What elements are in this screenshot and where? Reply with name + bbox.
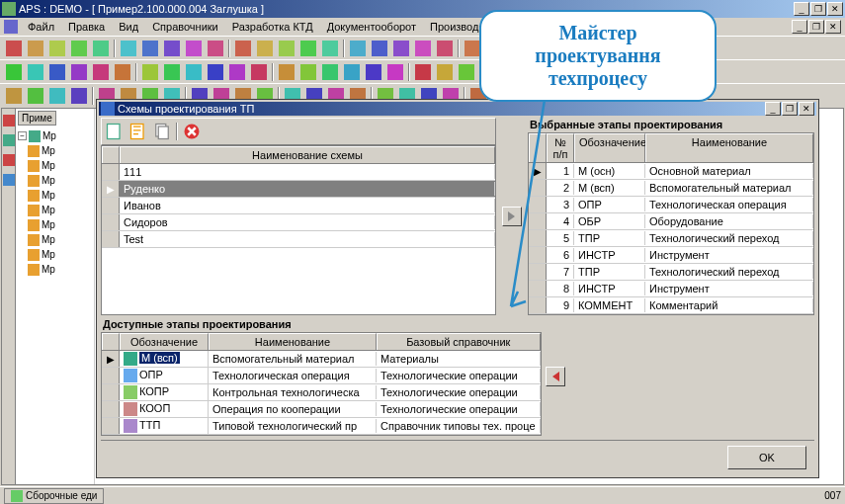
toolbar-button[interactable] bbox=[298, 62, 318, 82]
selected-row[interactable]: 3ОПРТехнологическая операция bbox=[529, 197, 813, 213]
toolbar-button[interactable] bbox=[184, 62, 204, 82]
scheme-grid[interactable]: Наименование схемы 111▶РуденкоИвановСидо… bbox=[101, 145, 496, 315]
toolbar-button[interactable] bbox=[391, 39, 411, 58]
selected-row[interactable]: 4ОБРОборудование bbox=[529, 213, 813, 230]
toolbar-button[interactable] bbox=[348, 39, 368, 58]
tree-item[interactable]: Мр bbox=[18, 188, 92, 203]
toolbar-button[interactable] bbox=[4, 62, 24, 82]
selected-row[interactable]: ▶1М (осн)Основной материал bbox=[529, 163, 813, 180]
toolbar-button[interactable] bbox=[4, 39, 24, 58]
close-button[interactable]: ✕ bbox=[827, 2, 843, 16]
copy-button[interactable] bbox=[151, 121, 173, 142]
tree-item[interactable]: Мр bbox=[18, 203, 92, 217]
selected-row[interactable]: 7ТПРТехнологический переход bbox=[529, 264, 813, 281]
toolbar-button[interactable] bbox=[227, 62, 247, 82]
toolbar-button[interactable] bbox=[91, 39, 111, 58]
new-button[interactable] bbox=[104, 121, 126, 142]
scheme-row[interactable]: Test bbox=[102, 231, 495, 248]
selected-row[interactable]: 9КОММЕНТКомментарий bbox=[529, 297, 813, 314]
toolbar-button[interactable] bbox=[233, 39, 253, 58]
toolbar-button[interactable] bbox=[91, 62, 111, 82]
scheme-row[interactable]: Сидоров bbox=[102, 214, 495, 231]
available-grid[interactable]: Обозначение Наименование Базовый справоч… bbox=[101, 332, 542, 436]
maximize-button[interactable]: ❐ bbox=[810, 2, 826, 16]
scheme-row[interactable]: Иванов bbox=[102, 198, 495, 214]
tree-root[interactable]: −Мр bbox=[18, 128, 92, 143]
panel-icon[interactable] bbox=[3, 134, 15, 146]
toolbar-button[interactable] bbox=[119, 39, 138, 58]
toolbar-button[interactable] bbox=[26, 62, 45, 82]
toolbar-button[interactable] bbox=[162, 39, 182, 58]
toolbar-button[interactable] bbox=[277, 62, 296, 82]
ok-button[interactable]: OK bbox=[727, 446, 806, 469]
toolbar-button[interactable] bbox=[206, 62, 225, 82]
available-row[interactable]: КООПОперация по кооперацииТехнологически… bbox=[102, 401, 541, 418]
toolbar-button[interactable] bbox=[385, 62, 405, 82]
close-button[interactable]: ✕ bbox=[799, 102, 814, 116]
menu-item[interactable]: Файл bbox=[22, 20, 60, 34]
toolbar-button[interactable] bbox=[113, 62, 132, 82]
maximize-button[interactable]: ❐ bbox=[782, 102, 798, 116]
selected-row[interactable]: 6ИНСТРИнструмент bbox=[529, 247, 813, 264]
toolbar-button[interactable] bbox=[47, 62, 67, 82]
toolbar-button[interactable] bbox=[435, 39, 455, 58]
toolbar-button[interactable] bbox=[4, 86, 24, 106]
toolbar-button[interactable] bbox=[184, 39, 204, 58]
available-row[interactable]: КОПРКонтрольная технологическаТехнологич… bbox=[102, 384, 541, 401]
toolbar-button[interactable] bbox=[413, 62, 433, 82]
toolbar-button[interactable] bbox=[277, 39, 296, 58]
minimize-button[interactable]: _ bbox=[765, 102, 781, 116]
tree-item[interactable]: Мр bbox=[18, 232, 92, 247]
delete-button[interactable] bbox=[181, 121, 203, 142]
tree-tab[interactable]: Приме bbox=[18, 111, 56, 126]
tree-item[interactable]: Мр bbox=[18, 173, 92, 188]
toolbar-button[interactable] bbox=[249, 62, 269, 82]
toolbar-button[interactable] bbox=[206, 39, 225, 58]
panel-icon[interactable] bbox=[3, 154, 15, 166]
tree-item[interactable]: Мр bbox=[18, 262, 92, 277]
toolbar-button[interactable] bbox=[320, 62, 340, 82]
toolbar-button[interactable] bbox=[47, 39, 67, 58]
tree-item[interactable]: Мр bbox=[18, 217, 92, 232]
toolbar-button[interactable] bbox=[26, 39, 45, 58]
toolbar-button[interactable] bbox=[435, 62, 455, 82]
toolbar-button[interactable] bbox=[298, 39, 318, 58]
menu-item[interactable]: Документооборот bbox=[321, 20, 422, 34]
toolbar-button[interactable] bbox=[413, 39, 433, 58]
edit-button[interactable] bbox=[127, 121, 149, 142]
toolbar-button[interactable] bbox=[162, 62, 182, 82]
child-minimize-button[interactable]: _ bbox=[792, 20, 807, 34]
toolbar-button[interactable] bbox=[69, 39, 89, 58]
toolbar-button[interactable] bbox=[342, 62, 362, 82]
remove-stage-button[interactable] bbox=[546, 367, 565, 386]
toolbar-button[interactable] bbox=[370, 39, 389, 58]
minimize-button[interactable]: _ bbox=[794, 2, 809, 16]
menu-item[interactable]: Правка bbox=[62, 20, 111, 34]
menu-item[interactable]: Вид bbox=[113, 20, 144, 34]
toolbar-button[interactable] bbox=[320, 39, 340, 58]
toolbar-button[interactable] bbox=[47, 86, 67, 106]
toolbar-button[interactable] bbox=[140, 39, 160, 58]
selected-row[interactable]: 8ИНСТРИнструмент bbox=[529, 281, 813, 297]
panel-icon[interactable] bbox=[3, 174, 15, 186]
selected-row[interactable]: 5ТПРТехнологический переход bbox=[529, 230, 813, 247]
tree-item[interactable]: Мр bbox=[18, 247, 92, 262]
scheme-row[interactable]: 111 bbox=[102, 164, 495, 181]
child-close-button[interactable]: ✕ bbox=[825, 20, 841, 34]
available-row[interactable]: ОПРТехнологическая операцияТехнологическ… bbox=[102, 368, 541, 384]
toolbar-button[interactable] bbox=[69, 86, 89, 106]
toolbar-button[interactable] bbox=[255, 39, 275, 58]
tree-item[interactable]: Мр bbox=[18, 143, 92, 158]
child-restore-button[interactable]: ❐ bbox=[808, 20, 824, 34]
selected-row[interactable]: 2М (всп)Вспомогательный материал bbox=[529, 180, 813, 197]
toolbar-button[interactable] bbox=[26, 86, 45, 106]
available-row[interactable]: ▶М (всп)Вспомогательный материалМатериал… bbox=[102, 351, 541, 368]
toolbar-button[interactable] bbox=[457, 62, 476, 82]
scheme-row[interactable]: ▶Руденко bbox=[102, 181, 495, 198]
toolbar-button[interactable] bbox=[364, 62, 383, 82]
menu-item[interactable]: Разработка КТД bbox=[226, 20, 319, 34]
toolbar-button[interactable] bbox=[140, 62, 160, 82]
available-row[interactable]: ТТПТиповой технологический прСправочник … bbox=[102, 418, 541, 435]
tree-item[interactable]: Мр bbox=[18, 158, 92, 173]
menu-item[interactable]: Справочники bbox=[146, 20, 224, 34]
